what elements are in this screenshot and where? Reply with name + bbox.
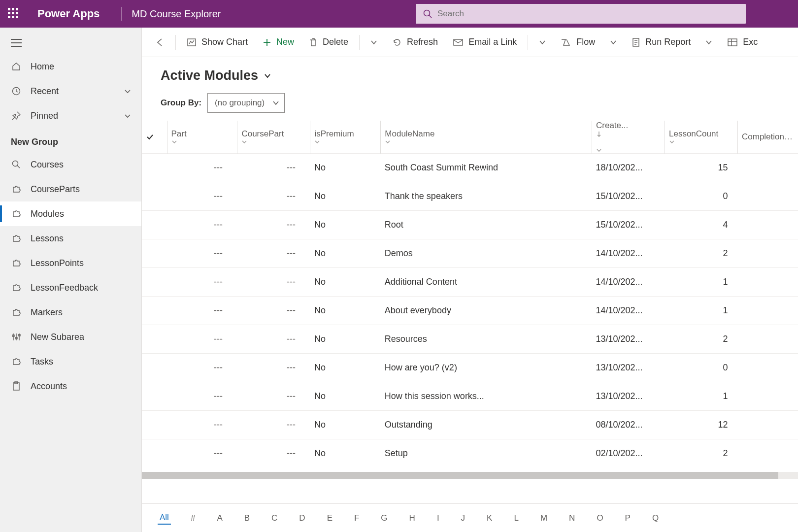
cell-completion bbox=[738, 382, 798, 411]
entity-icon bbox=[11, 233, 22, 243]
table-row[interactable]: ------NoDemos14/10/202...2 bbox=[142, 239, 798, 268]
sidebar-item-lessons[interactable]: Lessons bbox=[0, 226, 141, 251]
sidebar-item-tasks[interactable]: Tasks bbox=[0, 349, 141, 374]
grid: Part CoursePart isPremium ModuleName Cre… bbox=[142, 121, 798, 503]
sidebar-item-label: Markers bbox=[31, 307, 63, 318]
view-header: Active Modules bbox=[142, 57, 798, 86]
cell-lessoncount: 0 bbox=[665, 354, 738, 382]
cell-lessoncount: 12 bbox=[665, 411, 738, 439]
home-icon bbox=[11, 62, 22, 71]
table-row[interactable]: ------NoSetup02/10/202...2 bbox=[142, 439, 798, 468]
alpha-d[interactable]: D bbox=[297, 512, 307, 524]
search-input[interactable] bbox=[416, 4, 746, 24]
cell-ispremium: No bbox=[310, 239, 381, 268]
table-row[interactable]: ------NoSouth Coast Summit Rewind18/10/2… bbox=[142, 154, 798, 182]
cell-coursepart: --- bbox=[237, 382, 310, 411]
alpha-k[interactable]: K bbox=[485, 512, 494, 524]
alpha-n[interactable]: N bbox=[567, 512, 577, 524]
table-row[interactable]: ------NoThank the speakers15/10/202...0 bbox=[142, 182, 798, 211]
cell-lessoncount: 15 bbox=[665, 154, 738, 182]
sidebar-item-courses[interactable]: Courses bbox=[0, 152, 141, 177]
run-report-button[interactable]: Run Report bbox=[625, 32, 698, 53]
table-row[interactable]: ------NoAdditional Content14/10/202...1 bbox=[142, 268, 798, 297]
table-row[interactable]: ------NoRoot15/10/202...4 bbox=[142, 211, 798, 239]
alpha-o[interactable]: O bbox=[595, 512, 605, 524]
show-chart-button[interactable]: Show Chart bbox=[180, 32, 255, 53]
nav-label: Pinned bbox=[31, 111, 58, 121]
col-part[interactable]: Part bbox=[167, 121, 237, 154]
table-row[interactable]: ------NoOutstanding08/10/202...12 bbox=[142, 411, 798, 439]
excel-button[interactable]: Exc bbox=[720, 32, 765, 53]
alpha-l[interactable]: L bbox=[512, 512, 520, 524]
horizontal-scrollbar[interactable] bbox=[142, 472, 798, 479]
cell-createdon: 14/10/202... bbox=[592, 297, 665, 325]
cmd-separator bbox=[528, 35, 528, 50]
col-select[interactable] bbox=[142, 121, 167, 154]
back-button[interactable] bbox=[149, 32, 171, 53]
alpha-j[interactable]: J bbox=[459, 512, 467, 524]
col-coursepart[interactable]: CoursePart bbox=[237, 121, 310, 154]
group-by-select[interactable]: (no grouping) bbox=[207, 93, 285, 113]
alpha-g[interactable]: G bbox=[379, 512, 389, 524]
nav-label: Home bbox=[31, 62, 54, 72]
chevron-down-icon bbox=[669, 139, 733, 145]
alpha-h[interactable]: H bbox=[407, 512, 417, 524]
sidebar-item-lessonfeedback[interactable]: LessonFeedback bbox=[0, 275, 141, 300]
sidebar-item-courseparts[interactable]: CourseParts bbox=[0, 177, 141, 201]
new-button[interactable]: New bbox=[256, 32, 301, 53]
sidebar-item-label: CourseParts bbox=[31, 184, 80, 195]
view-title-selector[interactable]: Active Modules bbox=[161, 68, 272, 83]
col-lessoncount[interactable]: LessonCount bbox=[665, 121, 738, 154]
global-search[interactable] bbox=[416, 4, 746, 24]
cell-part: --- bbox=[167, 439, 237, 468]
alpha-p[interactable]: P bbox=[623, 512, 632, 524]
alpha-#[interactable]: # bbox=[189, 512, 197, 524]
alpha-e[interactable]: E bbox=[325, 512, 334, 524]
alpha-b[interactable]: B bbox=[242, 512, 252, 524]
nav-recent[interactable]: Recent bbox=[0, 79, 141, 103]
nav-home[interactable]: Home bbox=[0, 54, 141, 79]
table-row[interactable]: ------NoResources13/10/202...2 bbox=[142, 325, 798, 354]
alpha-a[interactable]: A bbox=[215, 512, 224, 524]
alpha-c[interactable]: C bbox=[269, 512, 279, 524]
hamburger-button[interactable] bbox=[0, 32, 141, 54]
sidebar-item-lessonpoints[interactable]: LessonPoints bbox=[0, 251, 141, 275]
col-completion[interactable]: CompletionPe bbox=[738, 121, 798, 154]
cell-createdon: 08/10/202... bbox=[592, 411, 665, 439]
nav-label: Recent bbox=[31, 86, 59, 97]
cell-createdon: 14/10/202... bbox=[592, 239, 665, 268]
col-ispremium[interactable]: isPremium bbox=[310, 121, 381, 154]
delete-button[interactable]: Delete bbox=[302, 32, 355, 53]
alpha-all[interactable]: All bbox=[158, 512, 171, 525]
excel-icon bbox=[727, 37, 738, 47]
alpha-i[interactable]: I bbox=[435, 512, 441, 524]
cell-ispremium: No bbox=[310, 439, 381, 468]
table-row[interactable]: ------NoHow this session works...13/10/2… bbox=[142, 382, 798, 411]
table-row[interactable]: ------NoAbout everybody14/10/202...1 bbox=[142, 297, 798, 325]
col-modulename[interactable]: ModuleName bbox=[381, 121, 592, 154]
alpha-q[interactable]: Q bbox=[650, 512, 661, 524]
svg-point-6 bbox=[13, 161, 18, 166]
email-link-button[interactable]: Email a Link bbox=[446, 32, 524, 53]
run-report-chevron[interactable] bbox=[698, 39, 719, 46]
flow-button[interactable]: Flow bbox=[554, 32, 602, 53]
sidebar-item-modules[interactable]: Modules bbox=[0, 201, 141, 226]
entity-icon bbox=[11, 307, 22, 317]
refresh-button[interactable]: Refresh bbox=[385, 32, 445, 53]
alpha-m[interactable]: M bbox=[538, 512, 549, 524]
flow-chevron[interactable] bbox=[603, 39, 624, 46]
nav-pinned[interactable]: Pinned bbox=[0, 103, 141, 128]
col-createdon[interactable]: Create... bbox=[592, 121, 665, 154]
chevron-down-icon bbox=[241, 139, 306, 145]
delete-split-chevron[interactable] bbox=[364, 39, 384, 46]
sidebar-item-new-subarea[interactable]: New Subarea bbox=[0, 325, 141, 349]
email-split-chevron[interactable] bbox=[532, 39, 553, 46]
cell-ispremium: No bbox=[310, 211, 381, 239]
chart-icon bbox=[187, 37, 197, 47]
pin-icon bbox=[11, 111, 22, 121]
alpha-f[interactable]: F bbox=[352, 512, 361, 524]
table-row[interactable]: ------NoHow are you? (v2)13/10/202...0 bbox=[142, 354, 798, 382]
waffle-icon[interactable] bbox=[8, 8, 20, 20]
sidebar-item-markers[interactable]: Markers bbox=[0, 300, 141, 325]
sidebar-item-accounts[interactable]: Accounts bbox=[0, 374, 141, 399]
